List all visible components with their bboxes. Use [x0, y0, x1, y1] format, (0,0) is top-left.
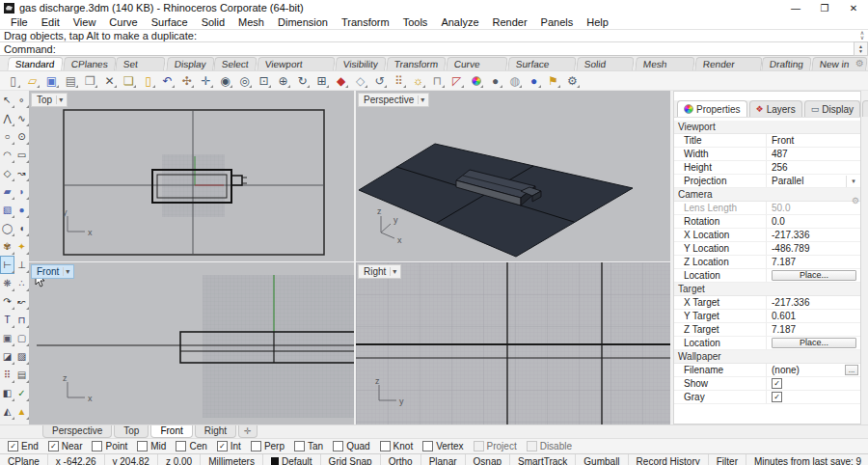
- sidebar-tool-surface-plane[interactable]: ▰: [0, 182, 14, 201]
- sidebar-tool-adjust[interactable]: ↜: [14, 292, 29, 311]
- command-input[interactable]: Command: ▲ ▼: [0, 41, 868, 56]
- close-button[interactable]: ✕: [839, 0, 868, 15]
- sidebar-tool-cylinder[interactable]: ◯: [0, 219, 14, 237]
- menu-solid[interactable]: Solid: [195, 16, 231, 28]
- sidebar-tool-point[interactable]: ∘: [14, 91, 29, 109]
- rendered-mode-icon[interactable]: ●: [526, 72, 542, 89]
- rotate-view-icon[interactable]: ↻: [294, 72, 311, 89]
- sidebar-tool-chamfer[interactable]: ⊥: [14, 256, 29, 274]
- minimize-button[interactable]: —: [781, 0, 810, 15]
- command-scroll[interactable]: ∧ ∨: [856, 31, 868, 41]
- status-millimeters[interactable]: Millimeters: [201, 454, 263, 465]
- osnap-disable-checkbox[interactable]: [527, 441, 537, 451]
- sidebar-tool-check[interactable]: ✓: [14, 384, 29, 402]
- color-wheel-icon[interactable]: [468, 72, 484, 89]
- osnap-project-checkbox[interactable]: [474, 441, 484, 451]
- sidebar-tool-rotate[interactable]: ↷: [0, 292, 14, 311]
- tab-display[interactable]: Display: [166, 57, 214, 70]
- status-gumball[interactable]: Gumball: [576, 454, 628, 465]
- set-view-icon[interactable]: ◇: [352, 72, 368, 89]
- viewport-right-canvas[interactable]: z y: [356, 262, 670, 424]
- status-smarttrack[interactable]: SmartTrack: [510, 454, 576, 465]
- osnap-point-checkbox[interactable]: [92, 441, 102, 451]
- viewport-menu-chevron-icon[interactable]: ▾: [390, 267, 398, 276]
- sidebar-tool-warn[interactable]: ▲: [14, 402, 29, 421]
- sidebar-tool-array[interactable]: ⠿: [0, 366, 14, 384]
- osnap-quad-checkbox[interactable]: [333, 441, 343, 451]
- viewport-label-perspective[interactable]: Perspective ▾: [358, 93, 429, 107]
- pan-view-icon[interactable]: ✣: [178, 72, 195, 89]
- command-spinner[interactable]: ▲ ▼: [854, 41, 868, 56]
- place-button[interactable]: Place...: [772, 270, 856, 281]
- sidebar-tool-rectangle[interactable]: ▭: [14, 146, 29, 164]
- osnap-end-checkbox[interactable]: ✓: [8, 441, 18, 451]
- menu-help[interactable]: Help: [580, 16, 615, 28]
- viewport-layout-icon[interactable]: ⊞: [313, 72, 330, 89]
- tab-mesh-tools[interactable]: Mesh Tools: [635, 57, 695, 70]
- sidebar-tool-polyline[interactable]: ⋀: [0, 109, 14, 127]
- sidebar-tool-curve-boolean[interactable]: ❋: [0, 274, 14, 292]
- tab-set-view[interactable]: Set View: [116, 57, 167, 70]
- viewport-tab-front[interactable]: Front: [150, 425, 192, 438]
- sidebar-tool-arc[interactable]: ◠: [0, 146, 14, 164]
- tab-solid-tools[interactable]: Solid Tools: [577, 57, 636, 70]
- osnap-vertex-checkbox[interactable]: [422, 441, 433, 451]
- status-record-history[interactable]: Record History: [629, 454, 709, 465]
- sidebar-tool-control-point-curve[interactable]: ∿: [14, 109, 29, 127]
- paste-icon[interactable]: ▯: [140, 72, 156, 89]
- status-y-204-82[interactable]: y 204.82: [105, 454, 158, 465]
- named-view-icon[interactable]: ◆: [333, 72, 349, 89]
- osnap-mid-checkbox[interactable]: [137, 441, 148, 451]
- save-file-icon[interactable]: ▣: [43, 72, 60, 89]
- sidebar-tool-freeform-curve[interactable]: ↝: [14, 164, 29, 182]
- status-ortho[interactable]: Ortho: [381, 454, 421, 465]
- tab-transform[interactable]: Transform: [386, 57, 447, 70]
- sidebar-tool-ungroup[interactable]: ▢: [14, 329, 29, 347]
- scroll-down-icon[interactable]: ∨: [860, 36, 864, 41]
- viewport-top-canvas[interactable]: y x: [29, 91, 354, 261]
- ghosted-mode-icon[interactable]: ◍: [506, 72, 523, 89]
- sidebar-tool-dimension[interactable]: ⊓: [14, 311, 29, 329]
- move-viewport-tab-icon[interactable]: ✛: [238, 425, 258, 438]
- menu-analyze[interactable]: Analyze: [434, 16, 485, 28]
- sidebar-tool-hatch[interactable]: ▨: [14, 347, 29, 366]
- move-icon[interactable]: ✛: [198, 72, 214, 89]
- dropdown-chevron-icon[interactable]: ▾: [846, 176, 860, 187]
- osnap-knot-checkbox[interactable]: [380, 441, 391, 451]
- sidebar-tool-surface-corner[interactable]: ◗: [14, 182, 29, 201]
- sidebar-tool-polygon[interactable]: ◇: [0, 164, 14, 182]
- show-checkbox[interactable]: ✓: [772, 378, 782, 389]
- menu-surface[interactable]: Surface: [145, 16, 195, 28]
- sidebar-tool-mesh[interactable]: ◭: [0, 402, 14, 421]
- sidebar-tool-boolean[interactable]: ✦: [14, 237, 29, 256]
- tab-surface-tools[interactable]: Surface Tools: [508, 57, 578, 70]
- zoom-window-icon[interactable]: ⊡: [256, 72, 272, 89]
- status-default[interactable]: Default: [263, 454, 321, 465]
- menu-view[interactable]: View: [67, 16, 103, 28]
- viewport-label-top[interactable]: Top ▾: [31, 93, 68, 107]
- viewport-menu-chevron-icon[interactable]: ▾: [63, 267, 71, 276]
- menu-dimension[interactable]: Dimension: [271, 16, 335, 28]
- osnap-int-checkbox[interactable]: ✓: [217, 441, 228, 451]
- sidebar-tool-circle-diameter[interactable]: ⊙: [14, 127, 29, 146]
- viewport-menu-chevron-icon[interactable]: ▾: [56, 96, 65, 104]
- sidebar-tool-sphere[interactable]: ●: [14, 201, 29, 219]
- viewport-label-front[interactable]: Front ▾: [31, 264, 74, 279]
- open-file-icon[interactable]: ▱: [24, 72, 41, 89]
- menu-panels[interactable]: Panels: [534, 16, 581, 28]
- sidebar-tool-block[interactable]: ▤: [14, 366, 29, 384]
- options-gear-icon[interactable]: ⚙: [564, 72, 581, 89]
- osnap-cen-checkbox[interactable]: [176, 441, 186, 451]
- tab-standard[interactable]: Standard: [7, 57, 63, 70]
- status-minutes-from-last-save-9[interactable]: Minutes from last save: 9: [746, 454, 868, 465]
- sidebar-tool-point-cloud[interactable]: ∴: [14, 274, 29, 292]
- status-grid-snap[interactable]: Grid Snap: [321, 454, 381, 465]
- zoom-extents-icon[interactable]: ⊕: [275, 72, 291, 89]
- sidebar-tool-extrude[interactable]: ✾: [0, 237, 14, 256]
- viewport-front[interactable]: z x Front ▾: [29, 262, 354, 424]
- shaded-mode-icon[interactable]: ●: [487, 72, 503, 89]
- command-history[interactable]: Drag objects, tap Alt to make a duplicat…: [0, 29, 868, 41]
- viewport-label-right[interactable]: Right ▾: [358, 264, 401, 279]
- lightbulb-icon[interactable]: ☼: [410, 72, 426, 89]
- status-x-642-26[interactable]: x -642.26: [48, 454, 105, 465]
